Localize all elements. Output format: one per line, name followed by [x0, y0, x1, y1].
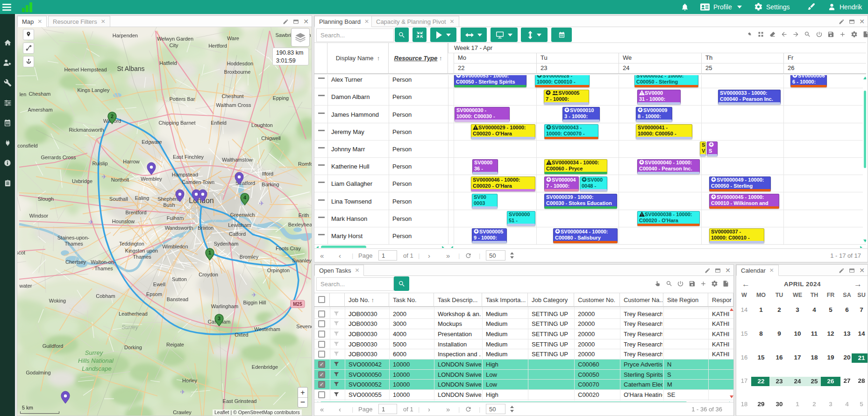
svg-text:Enfield: Enfield [211, 120, 227, 126]
svg-text:Broxbourne: Broxbourne [224, 69, 251, 75]
svg-text:2: 2 [111, 113, 114, 119]
svg-text:Westerham: Westerham [254, 326, 280, 332]
svg-text:Godalming: Godalming [26, 370, 50, 375]
svg-text:✈: ✈ [180, 388, 185, 395]
svg-text:Guildford: Guildford [43, 343, 64, 349]
svg-text:St Albans: St Albans [117, 65, 144, 72]
svg-text:City: City [170, 42, 178, 48]
svg-text:Banstead: Banstead [167, 296, 188, 302]
svg-text:Romfor: Romfor [298, 161, 312, 167]
svg-text:4: 4 [243, 195, 247, 200]
svg-text:1: 1 [208, 250, 211, 255]
svg-text:Cobham: Cobham [96, 293, 115, 299]
svg-text:Hemel Hempstead: Hemel Hempstead [64, 67, 107, 72]
svg-text:Seveno: Seveno [296, 324, 312, 329]
svg-text:Surrey: Surrey [121, 324, 138, 331]
svg-text:Wandsworth: Wandsworth [165, 225, 193, 231]
svg-text:Edgware: Edgware [142, 139, 162, 145]
svg-text:Cheshunt: Cheshunt [221, 93, 243, 99]
svg-text:✈: ✈ [252, 291, 257, 298]
svg-text:M25: M25 [293, 302, 302, 307]
svg-text:Teddington: Teddington [119, 241, 144, 247]
svg-text:Orpington: Orpington [267, 268, 290, 273]
svg-text:Sutton: Sutton [172, 276, 187, 282]
svg-text:consfield: consfield [17, 143, 37, 148]
svg-text:Bush: Bush [163, 202, 175, 208]
svg-text:Windsor: Windsor [29, 213, 49, 219]
svg-text:Sydenham: Sydenham [214, 241, 239, 247]
svg-text:Harrow: Harrow [123, 159, 140, 164]
svg-text:Erith: Erith [299, 212, 309, 218]
svg-text:Wimbledon: Wimbledon [162, 244, 188, 249]
svg-text:Rickmansworth: Rickmansworth [69, 127, 104, 133]
svg-text:Gerrards Cross: Gerrards Cross [41, 155, 76, 160]
svg-text:Thames: Thames [94, 266, 113, 271]
svg-text:Wembley: Wembley [141, 176, 162, 182]
svg-text:Hampstead: Hampstead [172, 172, 198, 177]
svg-text:Ealing: Ealing [135, 195, 149, 201]
svg-text:Dorking: Dorking [124, 345, 142, 350]
svg-text:Bexleyheath: Bexleyheath [288, 222, 312, 227]
svg-text:Croydon: Croydon [199, 272, 218, 277]
svg-text:Greenwich: Greenwich [230, 212, 255, 218]
svg-text:Warlingham: Warlingham [211, 303, 238, 309]
svg-text:Chipping Barnet: Chipping Barnet [159, 120, 196, 126]
svg-text:Epsom: Epsom [146, 291, 162, 297]
svg-text:scot: scot [17, 250, 25, 255]
svg-text:Hills National: Hills National [78, 357, 114, 364]
svg-text:✈: ✈ [89, 219, 94, 226]
svg-text:Hatfield: Hatfield [159, 60, 177, 66]
svg-text:Hertford: Hertford [208, 43, 227, 49]
svg-text:Ruislip: Ruislip [92, 161, 107, 166]
svg-text:Bromley: Bromley [240, 254, 259, 260]
svg-text:Chesham: Chesham [28, 91, 50, 97]
svg-text:Thames: Thames [64, 241, 83, 247]
svg-text:Ilford: Ilford [262, 171, 273, 176]
svg-text:Catford: Catford [229, 231, 246, 237]
svg-text:Horley: Horley [182, 378, 197, 383]
svg-text:Harpenden: Harpenden [113, 33, 138, 38]
svg-text:Kingston upon: Kingston upon [125, 248, 158, 254]
svg-text:3: 3 [218, 316, 221, 321]
svg-text:Southall: Southall [109, 196, 128, 202]
svg-text:Northolt: Northolt [111, 177, 129, 183]
svg-text:Ware: Ware [227, 35, 239, 41]
svg-text:Chertsey: Chertsey [65, 259, 86, 265]
svg-text:Barking: Barking [262, 182, 279, 187]
svg-text:Potters Bar: Potters Bar [169, 96, 195, 102]
svg-text:Walthamstow: Walthamstow [222, 157, 253, 162]
svg-text:Hounslow: Hounslow [112, 219, 135, 224]
svg-text:Leatherhead: Leatherhead [119, 311, 148, 317]
svg-text:Brentford: Brentford [125, 210, 146, 215]
svg-text:Foots Cray: Foots Cray [276, 246, 301, 251]
svg-text:Kings Langley: Kings Langley [77, 87, 110, 93]
svg-text:Chigwell: Chigwell [261, 135, 281, 141]
svg-text:water: water [19, 283, 32, 289]
svg-text:Welwyn Garden: Welwyn Garden [157, 36, 193, 42]
svg-text:East Grinstead: East Grinstead [223, 398, 257, 404]
svg-text:Waltham Cross: Waltham Cross [216, 102, 251, 108]
svg-text:Reigate: Reigate [166, 342, 184, 347]
svg-text:Crawley: Crawley [173, 409, 192, 415]
svg-text:Woking: Woking [49, 298, 66, 303]
svg-text:East Finchley: East Finchley [173, 154, 204, 160]
svg-text:Camden Town: Camden Town [182, 179, 214, 185]
svg-text:Amersham: Amersham [28, 107, 52, 113]
svg-text:Thames: Thames [133, 254, 151, 260]
svg-text:Walton-on-: Walton-on- [91, 259, 116, 265]
svg-text:Lewisham: Lewisham [228, 222, 251, 228]
svg-text:Edenbridge: Edenbridge [252, 364, 278, 370]
svg-text:Staines-upon-: Staines-upon- [57, 235, 90, 240]
svg-text:len: len [20, 92, 27, 97]
svg-text:✈: ✈ [102, 173, 107, 180]
svg-text:Loughton: Loughton [251, 122, 273, 128]
svg-text:✈: ✈ [259, 200, 264, 207]
svg-text:Brixton: Brixton [198, 225, 213, 231]
svg-text:Fulham: Fulham [167, 215, 184, 221]
svg-text:Epping: Epping [273, 95, 289, 101]
svg-text:Uxbridge: Uxbridge [72, 178, 92, 184]
svg-text:Surrey: Surrey [85, 349, 104, 356]
svg-text:Biggin Hill: Biggin Hill [243, 300, 266, 305]
svg-text:Landscape: Landscape [82, 365, 112, 372]
svg-text:Oxted: Oxted [235, 332, 248, 338]
